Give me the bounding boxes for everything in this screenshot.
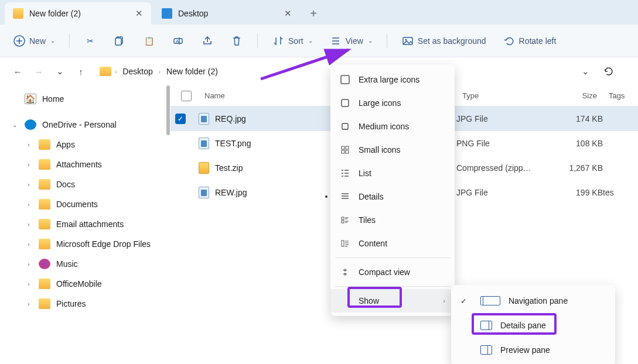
sidebar-item-docs[interactable]: ›Docs xyxy=(0,174,165,194)
file-name: REQ.jpg xyxy=(215,114,246,123)
sidebar-item-pictures[interactable]: ›Pictures xyxy=(0,294,165,314)
menu-item-small-icons[interactable]: Small icons xyxy=(330,138,455,162)
sidebar-item-email-attachments[interactable]: ›Email attachments xyxy=(0,214,165,234)
chevron-right-icon[interactable]: › xyxy=(25,301,33,307)
column-size[interactable]: Size xyxy=(544,91,603,100)
up-button[interactable]: ↑ xyxy=(73,63,89,80)
sidebar-item-music[interactable]: ›Music xyxy=(0,254,165,274)
chevron-right-icon[interactable]: › xyxy=(25,181,33,188)
file-tags: tes xyxy=(603,188,638,197)
sidebar: › 🏠 Home ⌄ OneDrive - Personal ›Apps ›At… xyxy=(0,85,166,364)
menu-item-show[interactable]: Show› xyxy=(330,289,455,313)
chevron-right-icon[interactable]: › xyxy=(25,281,33,287)
chevron-down-icon: ⌄ xyxy=(368,37,373,44)
new-tab-button[interactable]: + xyxy=(302,2,325,25)
details-icon xyxy=(340,191,350,202)
sidebar-item-attachments[interactable]: ›Attachments xyxy=(0,154,165,174)
delete-button[interactable] xyxy=(224,31,249,51)
folder-icon xyxy=(39,179,50,190)
scrollbar-thumb[interactable] xyxy=(166,85,170,135)
menu-item-list[interactable]: List xyxy=(330,162,455,185)
sidebar-scrollbar[interactable] xyxy=(166,85,170,364)
copy-button[interactable] xyxy=(107,31,132,51)
file-size: 174 KB xyxy=(544,114,603,123)
svg-rect-12 xyxy=(342,150,344,153)
chevron-right-icon[interactable]: › xyxy=(25,201,33,208)
menu-label: Large icons xyxy=(359,98,401,108)
menu-label: Medium icons xyxy=(359,122,409,131)
submenu-item-details-pane[interactable]: Details pane xyxy=(451,313,615,338)
share-button[interactable] xyxy=(195,31,220,51)
new-button[interactable]: New ⌄ xyxy=(7,31,61,51)
close-icon[interactable]: ✕ xyxy=(135,8,143,19)
chevron-right-icon[interactable]: › xyxy=(25,241,33,248)
submenu-item-navigation-pane[interactable]: ✓ Navigation pane xyxy=(451,289,615,313)
column-type[interactable]: Type xyxy=(456,91,544,100)
tab-inactive[interactable]: Desktop ✕ xyxy=(153,2,300,25)
image-file-icon xyxy=(199,113,209,125)
select-all-checkbox[interactable] xyxy=(175,91,199,101)
view-button[interactable]: View ⌄ xyxy=(323,31,378,51)
menu-item-medium-icons[interactable]: Medium icons xyxy=(330,115,455,138)
tab-active[interactable]: New folder (2) ✕ xyxy=(5,2,151,25)
breadcrumb-item[interactable]: New folder (2) xyxy=(164,66,220,77)
history-dropdown[interactable]: ⌄ xyxy=(577,63,593,80)
folder-icon xyxy=(100,67,111,76)
rename-button[interactable]: A xyxy=(166,31,190,51)
sidebar-item-label: Email attachments xyxy=(56,219,124,229)
folder-icon xyxy=(39,239,50,249)
menu-label: Show xyxy=(359,296,379,305)
submenu-item-preview-pane[interactable]: Preview pane xyxy=(451,338,615,362)
breadcrumb-item[interactable]: Desktop xyxy=(120,66,155,77)
file-type: Compressed (zipp… xyxy=(456,163,544,173)
menu-item-content[interactable]: Content xyxy=(330,232,455,255)
separator xyxy=(257,34,258,48)
set-background-button[interactable]: Set as background xyxy=(395,31,492,51)
folder-icon xyxy=(39,279,50,289)
sidebar-item-label: Music xyxy=(56,259,78,269)
sidebar-item-edge-drop[interactable]: ›Microsoft Edge Drop Files xyxy=(0,234,165,254)
cut-button[interactable]: ✂ xyxy=(78,31,103,51)
chevron-right-icon[interactable]: › xyxy=(25,261,33,267)
folder-icon xyxy=(39,298,50,309)
svg-point-6 xyxy=(405,39,407,40)
menu-item-compact-view[interactable]: Compact view xyxy=(330,260,455,284)
folder-icon xyxy=(13,8,23,19)
chevron-right-icon: › xyxy=(115,68,117,75)
bullet-icon xyxy=(325,195,327,198)
chevron-right-icon[interactable]: › xyxy=(25,221,33,228)
menu-item-tiles[interactable]: Tiles xyxy=(330,208,455,232)
square-icon xyxy=(340,121,350,132)
chevron-right-icon[interactable]: › xyxy=(25,162,33,168)
close-icon[interactable]: ✕ xyxy=(284,8,292,19)
refresh-button[interactable] xyxy=(601,63,617,80)
view-label: View xyxy=(346,36,363,46)
paste-button[interactable]: 📋 xyxy=(137,31,161,51)
sort-button[interactable]: Sort ⌄ xyxy=(266,31,319,51)
checkbox-icon[interactable]: ✓ xyxy=(175,114,186,124)
menu-label: Tiles xyxy=(359,215,376,225)
menu-item-extra-large-icons[interactable]: Extra large icons xyxy=(330,68,455,91)
scissors-icon: ✂ xyxy=(84,35,97,47)
menu-item-large-icons[interactable]: Large icons xyxy=(330,91,455,115)
back-button[interactable]: ← xyxy=(9,63,26,80)
menu-label: Extra large icons xyxy=(359,75,419,84)
view-menu: Extra large icons Large icons Medium ico… xyxy=(330,64,455,316)
chevron-right-icon[interactable]: › xyxy=(25,142,33,148)
sidebar-item-officemobile[interactable]: ›OfficeMobile xyxy=(0,274,165,294)
file-name: TEST.png xyxy=(215,139,251,148)
chevron-down-icon[interactable]: ⌄ xyxy=(11,122,19,128)
sidebar-item-documents[interactable]: ›Documents xyxy=(0,194,165,214)
sidebar-item-onedrive[interactable]: ⌄ OneDrive - Personal xyxy=(0,115,165,135)
image-icon xyxy=(401,35,414,47)
rotate-left-button[interactable]: Rotate left xyxy=(497,31,562,51)
show-submenu: ✓ Navigation pane Details pane Preview p… xyxy=(451,285,615,364)
column-tags[interactable]: Tags xyxy=(603,91,638,100)
forward-button[interactable]: → xyxy=(30,63,47,80)
sidebar-item-apps[interactable]: ›Apps xyxy=(0,135,165,154)
menu-item-details[interactable]: Details xyxy=(330,185,455,208)
sort-icon xyxy=(272,35,285,47)
sidebar-item-home[interactable]: › 🏠 Home xyxy=(0,89,165,109)
recent-locations-button[interactable]: ⌄ xyxy=(52,63,68,80)
svg-rect-9 xyxy=(342,123,348,129)
